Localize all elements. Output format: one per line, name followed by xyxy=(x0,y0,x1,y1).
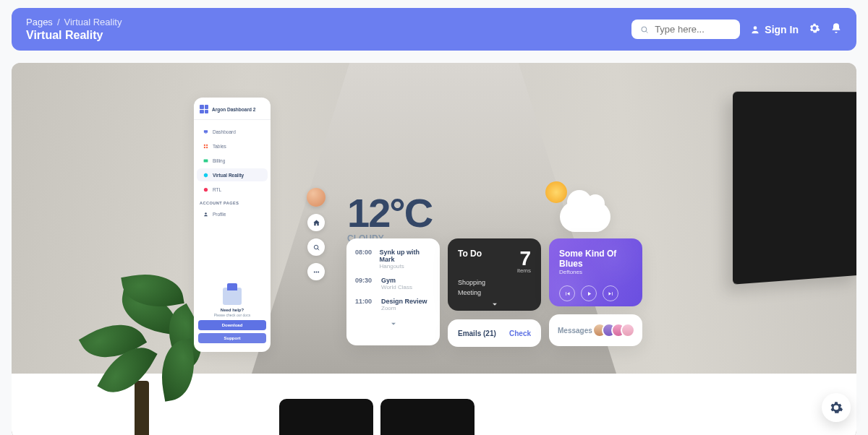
schedule-row[interactable]: 09:30 Gym World Class xyxy=(355,277,431,290)
cube-icon xyxy=(203,172,208,178)
tv-screen-icon xyxy=(203,129,208,134)
schedule-row[interactable]: 11:00 Design Review Zoom xyxy=(355,298,431,311)
todo-item: Shopping xyxy=(458,278,531,288)
weather-readout: 12°C CLOUDY xyxy=(347,189,432,244)
prev-button[interactable] xyxy=(559,285,575,301)
search-icon xyxy=(312,244,320,251)
schedule-title: Synk up with Mark xyxy=(380,249,431,263)
breadcrumb-sep: / xyxy=(57,17,60,27)
gear-icon xyxy=(829,400,843,415)
search-fab[interactable] xyxy=(307,238,325,256)
settings-button[interactable] xyxy=(809,22,820,37)
cloud-icon xyxy=(560,202,610,232)
signin-button[interactable]: Sign In xyxy=(750,24,799,35)
chair-prop xyxy=(279,399,373,435)
schedule-title: Gym xyxy=(381,277,412,284)
float-column xyxy=(307,188,326,280)
download-button[interactable]: Download xyxy=(198,320,266,330)
messages-label: Messages xyxy=(558,327,592,335)
next-icon xyxy=(608,290,614,297)
topbar: Pages / Virtual Reality Virtual Reality … xyxy=(12,8,856,51)
svg-rect-8 xyxy=(206,147,208,148)
next-button[interactable] xyxy=(603,285,618,301)
svg-point-0 xyxy=(642,27,647,32)
schedule-sub: World Class xyxy=(381,284,412,290)
schedule-row[interactable]: 08:00 Synk up with Mark Hangouts xyxy=(355,249,431,270)
schedule-time: 08:00 xyxy=(355,249,373,270)
emails-label: Emails (21) xyxy=(458,330,496,337)
svg-point-11 xyxy=(205,212,206,214)
home-icon xyxy=(312,219,320,227)
sidebar-item-virtual-reality[interactable]: Virtual Reality xyxy=(197,168,268,181)
home-button[interactable] xyxy=(307,214,325,231)
sidebar-item-dashboard[interactable]: Dashboard xyxy=(197,125,268,138)
svg-point-16 xyxy=(318,271,319,272)
user-icon xyxy=(203,211,208,217)
user-icon xyxy=(750,25,760,35)
tv-prop xyxy=(733,92,856,285)
schedule-time: 09:30 xyxy=(355,277,374,290)
sun-icon xyxy=(545,181,567,203)
schedule-sub: Hangouts xyxy=(380,263,431,270)
schedule-card: 08:00 Synk up with Mark Hangouts 09:30 G… xyxy=(346,238,440,345)
music-card: Some Kind Of Blues Deftones xyxy=(549,238,642,306)
sidebar-item-profile[interactable]: Profile xyxy=(197,207,268,220)
chair-prop xyxy=(380,399,475,435)
support-button[interactable]: Support xyxy=(198,333,266,343)
brand-icon xyxy=(200,105,208,113)
play-button[interactable] xyxy=(581,285,597,301)
emails-check-link[interactable]: Check xyxy=(509,330,531,337)
temperature-value: 12°C xyxy=(347,189,432,236)
sidebar-section-header: ACCOUNT PAGES xyxy=(194,197,271,207)
schedule-title: Design Review xyxy=(381,298,427,305)
svg-line-1 xyxy=(647,31,648,33)
svg-point-10 xyxy=(203,187,207,191)
sidebar-item-label: Tables xyxy=(213,144,226,149)
svg-point-15 xyxy=(315,271,317,272)
sidebar-item-billing[interactable]: Billing xyxy=(197,154,268,167)
breadcrumb-leaf: Virtual Reality xyxy=(64,17,122,27)
search-box[interactable] xyxy=(631,20,740,39)
sidebar-item-label: Virtual Reality xyxy=(213,173,244,178)
svg-rect-5 xyxy=(203,144,205,145)
play-icon xyxy=(586,290,592,297)
chevron-down-icon[interactable] xyxy=(388,319,399,329)
gear-icon xyxy=(809,22,820,34)
svg-line-13 xyxy=(318,249,319,250)
sidebar-item-label: RTL xyxy=(213,187,221,192)
breadcrumb-root[interactable]: Pages xyxy=(26,17,53,27)
svg-point-2 xyxy=(754,26,757,30)
prev-icon xyxy=(564,290,571,297)
sidebar: Argon Dashboard 2 Dashboard Tables Billi… xyxy=(194,98,271,352)
avatar[interactable] xyxy=(307,188,326,207)
weather-glyph xyxy=(538,178,610,236)
chevron-down-icon[interactable] xyxy=(490,299,500,309)
signin-label: Sign In xyxy=(765,24,799,35)
svg-rect-3 xyxy=(203,130,207,133)
svg-rect-9 xyxy=(203,159,208,162)
sidebar-item-rtl[interactable]: RTL xyxy=(197,183,268,196)
avatar-stack xyxy=(592,323,635,337)
todo-item: Meeting xyxy=(458,288,531,298)
grid-icon xyxy=(203,143,208,149)
search-input[interactable] xyxy=(655,24,731,35)
brand-label: Argon Dashboard 2 xyxy=(212,107,255,112)
svg-point-12 xyxy=(314,245,318,249)
avatar xyxy=(621,323,635,337)
svg-rect-6 xyxy=(206,144,208,145)
todo-card: To Do 7 items Shopping Meeting xyxy=(448,238,541,311)
more-button[interactable] xyxy=(307,263,325,280)
bell-icon xyxy=(830,22,842,34)
todo-heading: To Do xyxy=(458,249,482,259)
music-artist: Deftones xyxy=(559,269,632,275)
svg-rect-4 xyxy=(205,133,206,134)
schedule-sub: Zoom xyxy=(381,305,427,311)
messages-card[interactable]: Messages xyxy=(549,314,642,346)
notifications-button[interactable] xyxy=(830,22,842,37)
globe-icon xyxy=(203,186,208,192)
settings-fab[interactable] xyxy=(822,393,851,422)
emails-card: Emails (21) Check xyxy=(448,319,541,347)
sidebar-item-tables[interactable]: Tables xyxy=(197,139,268,152)
search-icon xyxy=(640,25,649,35)
brand[interactable]: Argon Dashboard 2 xyxy=(194,105,271,120)
